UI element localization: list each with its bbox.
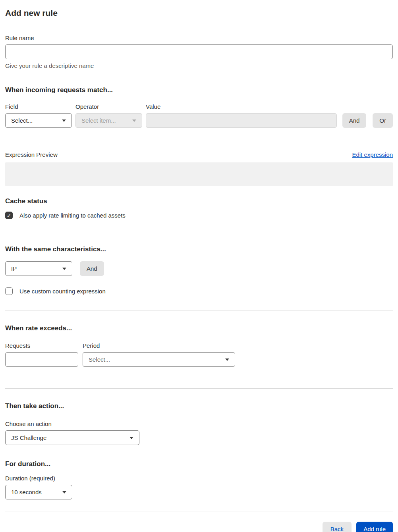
action-select-value: JS Challenge: [11, 434, 46, 441]
match-heading: When incoming requests match...: [5, 86, 393, 94]
characteristic-and-button[interactable]: And: [80, 261, 104, 276]
or-button[interactable]: Or: [373, 113, 393, 128]
duration-heading: For duration...: [5, 460, 393, 468]
rate-section: When rate exceeds... Requests Period Sel…: [5, 324, 393, 367]
counting-expression-checkbox[interactable]: [5, 287, 13, 295]
characteristics-row: IP And: [5, 261, 393, 276]
action-section: Then take action... Choose an action JS …: [5, 402, 393, 445]
characteristics-heading: With the same characteristics...: [5, 245, 393, 253]
characteristic-select[interactable]: IP: [5, 261, 72, 276]
action-heading: Then take action...: [5, 402, 393, 410]
cache-checkbox-row: ✓ Also apply rate limiting to cached ass…: [5, 212, 393, 219]
field-select-value: Select...: [11, 117, 33, 124]
operator-select-value: Select item...: [81, 117, 116, 124]
value-input: [146, 113, 337, 128]
rate-heading: When rate exceeds...: [5, 324, 393, 332]
rule-name-group: Rule name Give your rule a descriptive n…: [5, 35, 393, 69]
action-select[interactable]: JS Challenge: [5, 430, 139, 445]
characteristics-section: With the same characteristics... IP And …: [5, 245, 393, 295]
add-rule-form: Add new rule Rule name Give your rule a …: [0, 0, 398, 532]
value-label: Value: [146, 103, 337, 110]
cache-status-section: Cache status ✓ Also apply rate limiting …: [5, 197, 393, 219]
expression-preview-box: [5, 162, 393, 186]
duration-section: For duration... Duration (required) 10 s…: [5, 460, 393, 499]
divider: [5, 511, 393, 511]
cache-status-heading: Cache status: [5, 197, 393, 205]
field-select[interactable]: Select...: [5, 113, 72, 128]
expression-header: Expression Preview Edit expression: [5, 151, 393, 158]
duration-select-value: 10 seconds: [11, 489, 42, 495]
action-label: Choose an action: [5, 420, 393, 427]
divider: [5, 234, 393, 234]
match-section: When incoming requests match... Field Se…: [5, 86, 393, 128]
chevron-down-icon: [62, 491, 66, 493]
divider: [5, 310, 393, 310]
rule-name-input[interactable]: [5, 44, 393, 59]
rule-name-helper: Give your rule a descriptive name: [5, 62, 393, 69]
and-or-buttons: And Or: [340, 113, 393, 128]
cache-checkbox-label: Also apply rate limiting to cached asset…: [19, 212, 126, 219]
add-rule-button[interactable]: Add rule: [356, 522, 393, 532]
checkmark-icon: ✓: [7, 213, 12, 218]
and-button[interactable]: And: [342, 113, 367, 128]
chevron-down-icon: [225, 359, 229, 361]
footer-actions: Back Add rule: [5, 522, 393, 532]
divider: [5, 388, 393, 389]
operator-label: Operator: [75, 103, 142, 110]
page-title: Add new rule: [5, 8, 393, 18]
cached-assets-checkbox[interactable]: ✓: [5, 212, 13, 219]
chevron-down-icon: [62, 268, 66, 270]
chevron-down-icon: [132, 120, 136, 122]
operator-group: Operator Select item...: [75, 103, 142, 128]
requests-group: Requests: [5, 342, 78, 367]
counting-expression-row: Use custom counting expression: [5, 287, 393, 295]
chevron-down-icon: [62, 120, 66, 122]
period-select-value: Select...: [89, 356, 110, 363]
period-group: Period Select...: [83, 342, 235, 367]
expression-preview-block: Expression Preview Edit expression: [5, 151, 393, 186]
value-group: Value: [146, 103, 337, 128]
duration-label: Duration (required): [5, 475, 393, 482]
match-row: Field Select... Operator Select item... …: [5, 103, 393, 128]
characteristic-select-value: IP: [11, 265, 17, 272]
rate-row: Requests Period Select...: [5, 342, 393, 367]
expression-preview-label: Expression Preview: [5, 151, 58, 158]
edit-expression-link[interactable]: Edit expression: [352, 151, 393, 158]
counting-expression-label: Use custom counting expression: [19, 288, 106, 295]
field-group: Field Select...: [5, 103, 72, 128]
back-button[interactable]: Back: [323, 522, 352, 532]
rule-name-label: Rule name: [5, 35, 393, 41]
requests-label: Requests: [5, 342, 78, 349]
chevron-down-icon: [129, 437, 133, 439]
period-select[interactable]: Select...: [83, 352, 235, 367]
duration-select[interactable]: 10 seconds: [5, 485, 72, 499]
operator-select: Select item...: [75, 113, 142, 128]
field-label: Field: [5, 103, 72, 110]
period-label: Period: [83, 342, 235, 349]
requests-input[interactable]: [5, 352, 78, 367]
